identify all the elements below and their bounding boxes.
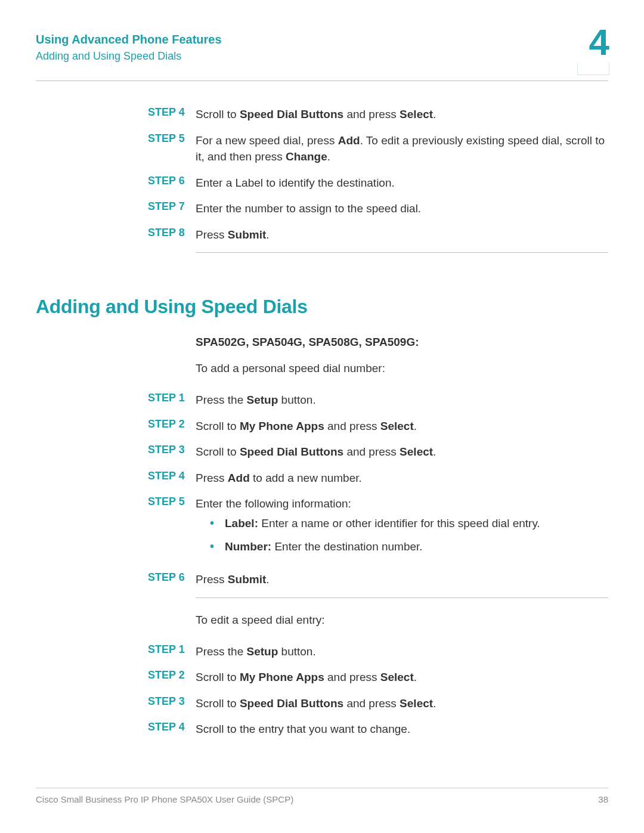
step-row: STEP 5For a new speed dial, press Add. T… (148, 132, 608, 165)
step-row: STEP 4Scroll to the entry that you want … (148, 721, 608, 738)
section-heading: Adding and Using Speed Dials (36, 296, 608, 318)
page-number: 38 (598, 794, 608, 804)
step-row: STEP 2Scroll to My Phone Apps and press … (148, 669, 608, 686)
bullet-list: •Label: Enter a name or other identifier… (210, 516, 608, 555)
bullet-text: Label: Enter a name or other identifier … (225, 516, 540, 532)
step-row: STEP 8Press Submit. (148, 227, 608, 243)
step-label: STEP 3 (148, 695, 196, 712)
step-text: Press the Setup button. (196, 392, 608, 408)
bullet-item: •Label: Enter a name or other identifier… (210, 516, 608, 532)
step-text: Press Submit. (196, 227, 608, 243)
step-text: For a new speed dial, press Add. To edit… (196, 132, 608, 165)
step-row: STEP 6Enter a Label to identify the dest… (148, 175, 608, 191)
step-text: Scroll to My Phone Apps and press Select… (196, 669, 608, 686)
step-text: Press Submit. (196, 571, 608, 588)
step-label: STEP 5 (148, 496, 196, 562)
step-row: STEP 2Scroll to My Phone Apps and press … (148, 418, 608, 435)
step-label: STEP 4 (148, 721, 196, 738)
bullet-icon: • (210, 516, 214, 530)
step-text: Press Add to add a new number. (196, 470, 608, 487)
step-row: STEP 3Scroll to Speed Dial Buttons and p… (148, 444, 608, 460)
intro-add: To add a personal speed dial number: (196, 362, 608, 375)
step-text: Scroll to My Phone Apps and press Select… (196, 418, 608, 435)
section-divider (196, 252, 608, 253)
step-text: Scroll to Speed Dial Buttons and press S… (196, 444, 608, 460)
step-text: Enter the number to assign to the speed … (196, 200, 608, 217)
step-row: STEP 5Enter the following information:•L… (148, 496, 608, 562)
step-text: Scroll to Speed Dial Buttons and press S… (196, 106, 608, 123)
step-label: STEP 7 (148, 200, 196, 217)
step-text: Scroll to the entry that you want to cha… (196, 721, 608, 738)
step-label: STEP 1 (148, 643, 196, 660)
step-label: STEP 2 (148, 418, 196, 435)
step-row: STEP 7Enter the number to assign to the … (148, 200, 608, 217)
step-row: STEP 3Scroll to Speed Dial Buttons and p… (148, 695, 608, 712)
chapter-subtitle: Adding and Using Speed Dials (36, 50, 608, 63)
chapter-number: 4 (589, 24, 609, 61)
step-label: STEP 5 (148, 132, 196, 165)
step-label: STEP 1 (148, 392, 196, 408)
step-text: Enter a Label to identify the destinatio… (196, 175, 608, 191)
step-text: Press the Setup button. (196, 643, 608, 660)
step-list-edit: STEP 1Press the Setup button.STEP 2Scrol… (148, 643, 608, 738)
step-text: Enter the following information:•Label: … (196, 496, 608, 562)
step-list-top: STEP 4Scroll to Speed Dial Buttons and p… (148, 106, 608, 243)
step-text: Scroll to Speed Dial Buttons and press S… (196, 695, 608, 712)
section-divider (196, 597, 608, 598)
bullet-item: •Number: Enter the destination number. (210, 539, 608, 555)
chapter-title: Using Advanced Phone Features (36, 33, 608, 47)
step-list-add: STEP 1Press the Setup button.STEP 2Scrol… (148, 392, 608, 587)
chapter-decoration (577, 63, 609, 75)
step-label: STEP 8 (148, 227, 196, 243)
bullet-text: Number: Enter the destination number. (225, 539, 423, 555)
step-label: STEP 6 (148, 571, 196, 588)
bullet-icon: • (210, 539, 214, 553)
footer-left: Cisco Small Business Pro IP Phone SPA50X… (36, 794, 293, 804)
step-label: STEP 6 (148, 175, 196, 191)
intro-edit: To edit a speed dial entry: (196, 614, 608, 627)
step-label: STEP 4 (148, 106, 196, 123)
models-heading: SPA502G, SPA504G, SPA508G, SPA509G: (196, 336, 608, 349)
step-row: STEP 1Press the Setup button. (148, 643, 608, 660)
step-row: STEP 6Press Submit. (148, 571, 608, 588)
step-label: STEP 2 (148, 669, 196, 686)
step-label: STEP 3 (148, 444, 196, 460)
header-rule (36, 80, 608, 81)
step-row: STEP 1Press the Setup button. (148, 392, 608, 408)
step-row: STEP 4Press Add to add a new number. (148, 470, 608, 487)
step-label: STEP 4 (148, 470, 196, 487)
step-row: STEP 4Scroll to Speed Dial Buttons and p… (148, 106, 608, 123)
